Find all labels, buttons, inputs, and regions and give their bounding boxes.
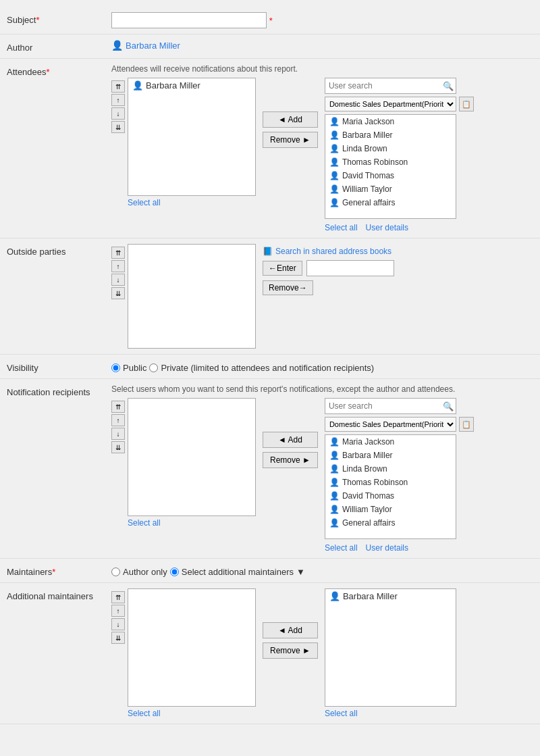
maintainers-label: Maintainers* xyxy=(7,564,111,577)
outside-remove-btn[interactable]: Remove→ xyxy=(263,280,313,295)
visibility-public-label: Public xyxy=(123,363,146,373)
sort-up-btn[interactable]: ↑ xyxy=(111,94,125,106)
maintainers-select-label: Select additional maintainers xyxy=(182,567,294,577)
visibility-public-radio[interactable] xyxy=(111,363,120,372)
outside-parties-row: Outside parties ⇈ ↑ ↓ ⇊ 📘 Search in shar… xyxy=(0,238,540,355)
additional-left-list[interactable] xyxy=(128,588,256,707)
additional-left-panel: ⇈ ↑ ↓ ⇊ Select all xyxy=(111,588,256,718)
list-item[interactable]: 👤 David Thomas xyxy=(325,169,456,182)
enter-btn[interactable]: ←Enter xyxy=(263,261,302,276)
enter-input[interactable] xyxy=(306,260,394,276)
user-icon: 👤 xyxy=(329,184,340,194)
additional-add-btn[interactable]: ◄ Add xyxy=(263,622,318,638)
list-item[interactable]: 👤 Maria Jackson xyxy=(325,115,456,128)
outside-left-panel: ⇈ ↑ ↓ ⇊ xyxy=(111,244,256,349)
search-address-books-link[interactable]: 📘 Search in shared address books xyxy=(263,247,394,256)
notification-search-icon[interactable]: 🔍 xyxy=(441,399,456,413)
list-item[interactable]: 👤 Maria Jackson xyxy=(325,435,456,449)
additional-sort-bottom-btn[interactable]: ⇊ xyxy=(111,632,125,644)
sort-bottom-btn[interactable]: ⇊ xyxy=(111,121,125,133)
list-item[interactable]: 👤 Linda Brown xyxy=(325,462,456,476)
attendees-search-input[interactable] xyxy=(325,78,441,93)
sort-down-btn[interactable]: ↓ xyxy=(111,107,125,120)
notification-user-details[interactable]: User details xyxy=(366,543,408,553)
notification-right-list[interactable]: 👤 Maria Jackson 👤 Barbara Miller 👤 Linda… xyxy=(325,434,456,539)
attendees-dept-row: Domestic Sales Department(Priority organ… xyxy=(325,97,474,111)
user-icon: 👤 xyxy=(329,464,340,474)
list-item[interactable]: 👤 William Taylor xyxy=(325,503,456,516)
notification-add-btn[interactable]: ◄ Add xyxy=(263,432,318,448)
notification-select-all-left[interactable]: Select all xyxy=(128,518,161,528)
subject-input[interactable] xyxy=(111,12,267,28)
attendees-copy-btn[interactable]: 📋 xyxy=(459,97,474,111)
notification-left-section: Select all xyxy=(128,398,256,528)
attendees-search-box[interactable]: 🔍 xyxy=(325,78,456,94)
attendees-user-details[interactable]: User details xyxy=(366,223,408,232)
additional-maintainers-row: Additional maintainers ⇈ ↑ ↓ ⇊ Select al… xyxy=(0,583,540,724)
list-item[interactable]: 👤 Barbara Miller xyxy=(325,449,456,462)
additional-sort-buttons: ⇈ ↑ ↓ ⇊ xyxy=(111,588,125,644)
notification-info: Select users whom you want to send this … xyxy=(111,384,533,394)
notification-sort-up-btn[interactable]: ↑ xyxy=(111,414,125,426)
notification-bottom-links: Select all User details xyxy=(325,543,474,553)
notification-remove-btn[interactable]: Remove ► xyxy=(263,452,318,468)
attendees-add-btn[interactable]: ◄ Add xyxy=(263,111,318,128)
attendees-left-list[interactable]: 👤 Barbara Miller xyxy=(128,78,256,196)
notification-dept-select[interactable]: Domestic Sales Department(Priority organ… xyxy=(325,417,456,432)
notification-layout: ⇈ ↑ ↓ ⇊ Select all ◄ Add Remov xyxy=(111,398,533,553)
outside-parties-content: ⇈ ↑ ↓ ⇊ 📘 Search in shared address books… xyxy=(111,244,533,349)
notification-select-all-right[interactable]: Select all xyxy=(325,543,358,553)
attendees-dept-select[interactable]: Domestic Sales Department(Priority organ… xyxy=(325,97,456,111)
author-name: Barbara Miller xyxy=(126,41,180,51)
list-item[interactable]: 👤 Thomas Robinson xyxy=(325,476,456,489)
attendees-right-list[interactable]: 👤 Maria Jackson 👤 Barbara Miller 👤 Linda… xyxy=(325,114,456,219)
notification-sort-top-btn[interactable]: ⇈ xyxy=(111,401,125,413)
list-item[interactable]: 👤 Barbara Miller xyxy=(325,128,456,142)
outside-sort-bottom-btn[interactable]: ⇊ xyxy=(111,287,125,299)
attendees-add-remove: ◄ Add Remove ► xyxy=(263,78,318,148)
additional-select-all-left[interactable]: Select all xyxy=(128,709,161,718)
notification-search-box[interactable]: 🔍 xyxy=(325,398,456,414)
list-item[interactable]: 👤 William Taylor xyxy=(325,182,456,196)
list-item[interactable]: 👤 Barbara Miller xyxy=(128,78,255,93)
attendees-select-all-right[interactable]: Select all xyxy=(325,223,358,232)
list-item[interactable]: 👤 General affairs xyxy=(325,196,456,209)
list-item[interactable]: 👤 David Thomas xyxy=(325,489,456,503)
notification-dept-row: Domestic Sales Department(Priority organ… xyxy=(325,417,474,432)
notification-recipients-label: Notification recipients xyxy=(7,384,111,397)
additional-sort-top-btn[interactable]: ⇈ xyxy=(111,591,125,603)
additional-remove-btn[interactable]: Remove ► xyxy=(263,642,318,659)
outside-sort-top-btn[interactable]: ⇈ xyxy=(111,247,125,259)
list-item[interactable]: 👤 Linda Brown xyxy=(325,142,456,155)
attendees-search-icon[interactable]: 🔍 xyxy=(441,78,456,93)
maintainers-select-radio[interactable] xyxy=(170,568,179,576)
outside-sort-down-btn[interactable]: ↓ xyxy=(111,274,125,286)
user-icon: 👤 xyxy=(329,157,340,167)
notification-sort-buttons: ⇈ ↑ ↓ ⇊ xyxy=(111,398,125,453)
user-icon: 👤 xyxy=(329,518,340,528)
user-icon: 👤 xyxy=(329,171,340,180)
sort-top-btn[interactable]: ⇈ xyxy=(111,80,125,93)
attendees-select-all-left[interactable]: Select all xyxy=(128,198,161,207)
outside-left-list[interactable] xyxy=(128,244,256,349)
additional-sort-up-btn[interactable]: ↑ xyxy=(111,605,125,617)
additional-maintainers-label: Additional maintainers xyxy=(7,588,111,601)
visibility-row: Visibility Public Private (limited to at… xyxy=(0,355,540,379)
additional-right-list[interactable]: 👤 Barbara Miller xyxy=(325,588,456,707)
list-item[interactable]: 👤 General affairs xyxy=(325,516,456,530)
maintainers-author-radio[interactable] xyxy=(111,568,120,576)
author-row: Author 👤 Barbara Miller xyxy=(0,34,540,59)
notification-left-list[interactable] xyxy=(128,398,256,516)
notification-sort-down-btn[interactable]: ↓ xyxy=(111,428,125,440)
notification-sort-bottom-btn[interactable]: ⇊ xyxy=(111,441,125,453)
outside-sort-up-btn[interactable]: ↑ xyxy=(111,260,125,272)
visibility-private-radio[interactable] xyxy=(149,363,158,372)
notification-search-input[interactable] xyxy=(325,399,441,413)
attendees-row: Attendees* Attendees will receive notifi… xyxy=(0,59,540,238)
notification-copy-btn[interactable]: 📋 xyxy=(459,417,474,432)
list-item[interactable]: 👤 Barbara Miller xyxy=(325,589,456,603)
additional-select-all-right[interactable]: Select all xyxy=(325,709,358,718)
additional-sort-down-btn[interactable]: ↓ xyxy=(111,618,125,630)
attendees-remove-btn[interactable]: Remove ► xyxy=(263,132,318,148)
list-item[interactable]: 👤 Thomas Robinson xyxy=(325,155,456,169)
